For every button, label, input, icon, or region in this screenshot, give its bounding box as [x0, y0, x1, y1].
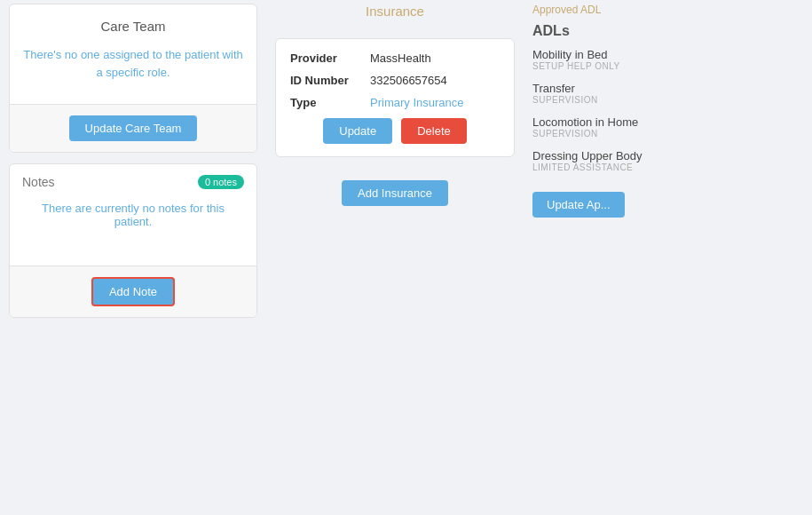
provider-label: Provider	[290, 52, 370, 65]
adl-list: Mobility in Bed SETUP HELP ONLYTransfer …	[532, 48, 803, 172]
id-value: 332506657654	[370, 74, 447, 87]
notes-footer: Add Note	[10, 265, 256, 317]
adl-name: Transfer	[532, 82, 803, 95]
update-insurance-button[interactable]: Update	[323, 118, 392, 144]
adl-item: Mobility in Bed SETUP HELP ONLY	[532, 48, 803, 71]
adl-name: Mobility in Bed	[532, 48, 803, 61]
adl-sub: SETUP HELP ONLY	[532, 61, 803, 71]
add-insurance-wrapper: Add Insurance	[275, 180, 515, 206]
insurance-type-row: Type Primary Insurance	[290, 96, 500, 109]
notes-badge: 0 notes	[198, 175, 244, 189]
notes-header: Notes 0 notes	[10, 164, 256, 194]
adl-item: Transfer SUPERVISION	[532, 82, 803, 105]
care-team-footer: Update Care Team	[10, 104, 256, 152]
right-column: Approved ADL ADLs Mobility in Bed SETUP …	[524, 0, 812, 515]
insurance-provider-row: Provider MassHealth	[290, 52, 500, 65]
provider-value: MassHealth	[370, 52, 431, 65]
care-team-message: There's no one assigned to the patient w…	[20, 46, 246, 81]
insurance-actions: Update Delete	[290, 118, 500, 144]
middle-column: Insurance Provider MassHealth ID Number …	[266, 0, 524, 515]
care-team-card: Care Team There's no one assigned to the…	[9, 4, 257, 153]
adl-name: Locomotion in Home	[532, 115, 803, 129]
adls-title: ADLs	[532, 23, 803, 39]
adl-sub: SUPERVISION	[532, 95, 803, 105]
care-team-title: Care Team	[20, 19, 246, 34]
insurance-section-title: Insurance	[275, 4, 515, 19]
update-care-team-button[interactable]: Update Care Team	[69, 115, 198, 141]
adl-item: Locomotion in Home SUPERVISION	[532, 115, 803, 139]
approved-label: Approved ADL	[532, 4, 803, 16]
adl-sub: LIMITED ASSISTANCE	[532, 162, 803, 172]
care-team-message-text: There's no one assigned to the patient w…	[23, 48, 242, 79]
adl-sub: SUPERVISION	[532, 129, 803, 139]
add-insurance-button[interactable]: Add Insurance	[342, 180, 448, 206]
notes-title: Notes	[22, 175, 55, 189]
insurance-id-row: ID Number 332506657654	[290, 74, 500, 87]
adl-item: Dressing Upper Body LIMITED ASSISTANCE	[532, 149, 803, 172]
insurance-card: Provider MassHealth ID Number 3325066576…	[275, 38, 515, 157]
care-team-body: Care Team There's no one assigned to the…	[10, 4, 256, 104]
delete-insurance-button[interactable]: Delete	[401, 118, 467, 144]
left-column: Care Team There's no one assigned to the…	[0, 0, 266, 515]
id-label: ID Number	[290, 74, 370, 87]
adl-name: Dressing Upper Body	[532, 149, 803, 162]
add-note-button[interactable]: Add Note	[91, 277, 175, 306]
type-label: Type	[290, 96, 370, 109]
notes-empty-message: There are currently no notes for this pa…	[42, 202, 225, 228]
notes-body: There are currently no notes for this pa…	[10, 194, 256, 265]
notes-card: Notes 0 notes There are currently no not…	[9, 163, 257, 318]
update-approvals-button[interactable]: Update Ap...	[532, 192, 625, 218]
type-value: Primary Insurance	[370, 96, 463, 109]
